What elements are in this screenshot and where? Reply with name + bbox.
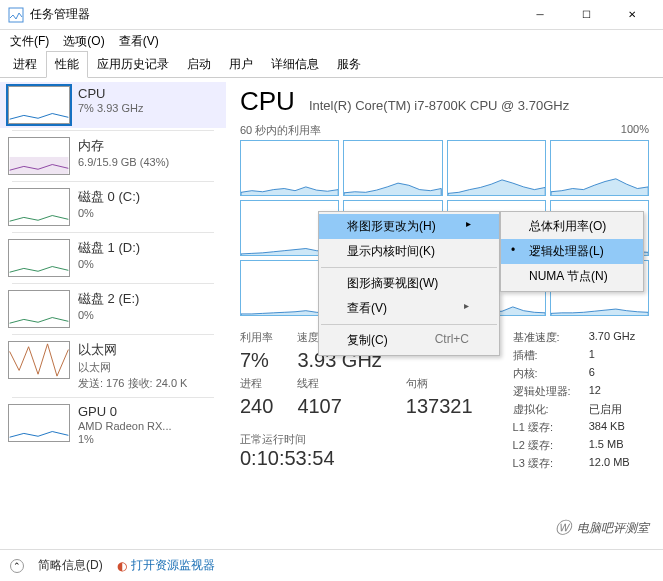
ctx-copy[interactable]: 复制(C)Ctrl+C bbox=[319, 328, 499, 353]
maximize-button[interactable]: ☐ bbox=[563, 0, 609, 30]
thumb-icon bbox=[8, 86, 70, 124]
tabs: 进程 性能 应用历史记录 启动 用户 详细信息 服务 bbox=[0, 52, 663, 78]
label-base: 基准速度: bbox=[513, 330, 571, 345]
val-lps: 12 bbox=[589, 384, 635, 399]
label-l3: L3 缓存: bbox=[513, 456, 571, 471]
thumb-icon bbox=[8, 290, 70, 328]
tab-services[interactable]: 服务 bbox=[328, 51, 370, 78]
menu-view[interactable]: 查看(V) bbox=[113, 31, 165, 52]
menu-options[interactable]: 选项(O) bbox=[57, 31, 110, 52]
sidebar-item-1[interactable]: 内存6.9/15.9 GB (43%) bbox=[0, 133, 226, 179]
sidebar-item-4[interactable]: 磁盘 2 (E:)0% bbox=[0, 286, 226, 332]
thumb-icon bbox=[8, 188, 70, 226]
ctx-overall[interactable]: 总体利用率(O) bbox=[501, 214, 643, 239]
open-resmon-link[interactable]: ◐ 打开资源监视器 bbox=[117, 557, 215, 574]
label-threads: 线程 bbox=[297, 376, 381, 391]
sidebar-item-6[interactable]: GPU 0AMD Radeon RX...1% bbox=[0, 400, 226, 449]
label-procs: 进程 bbox=[240, 376, 273, 391]
less-details-link[interactable]: 简略信息(D) bbox=[38, 557, 103, 574]
val-uptime: 0:10:53:54 bbox=[240, 447, 473, 470]
val-cores: 6 bbox=[589, 366, 635, 381]
val-sockets: 1 bbox=[589, 348, 635, 363]
menu-file[interactable]: 文件(F) bbox=[4, 31, 55, 52]
tab-history[interactable]: 应用历史记录 bbox=[88, 51, 178, 78]
main-title: CPU bbox=[240, 86, 295, 117]
cpu-chart-2[interactable] bbox=[447, 140, 546, 196]
sidebar-item-5[interactable]: 以太网以太网发送: 176 接收: 24.0 K bbox=[0, 337, 226, 395]
sidebar-item-3[interactable]: 磁盘 1 (D:)0% bbox=[0, 235, 226, 281]
tab-startup[interactable]: 启动 bbox=[178, 51, 220, 78]
label-l1: L1 缓存: bbox=[513, 420, 571, 435]
tab-users[interactable]: 用户 bbox=[220, 51, 262, 78]
wechat-icon: ⓦ bbox=[555, 518, 571, 539]
val-util: 7% bbox=[240, 349, 273, 372]
val-handles: 137321 bbox=[406, 395, 473, 418]
label-uptime: 正常运行时间 bbox=[240, 432, 473, 447]
val-procs: 240 bbox=[240, 395, 273, 418]
val-l3: 12.0 MB bbox=[589, 456, 635, 471]
svg-rect-1 bbox=[10, 157, 69, 174]
label-lps: 逻辑处理器: bbox=[513, 384, 571, 399]
label-virt: 虚拟化: bbox=[513, 402, 571, 417]
sidebar-item-0[interactable]: CPU7% 3.93 GHz bbox=[0, 82, 226, 128]
graph-max: 100% bbox=[621, 123, 649, 138]
cpu-model: Intel(R) Core(TM) i7-8700K CPU @ 3.70GHz bbox=[309, 98, 569, 113]
tab-details[interactable]: 详细信息 bbox=[262, 51, 328, 78]
app-icon bbox=[8, 7, 24, 23]
val-virt: 已启用 bbox=[589, 402, 635, 417]
label-cores: 内核: bbox=[513, 366, 571, 381]
resmon-icon: ◐ bbox=[117, 559, 127, 573]
graph-lead: 60 秒内的利用率 bbox=[240, 123, 321, 138]
watermark: ⓦ 电脑吧评测室 bbox=[555, 518, 649, 539]
label-sockets: 插槽: bbox=[513, 348, 571, 363]
ctx-kernel-time[interactable]: 显示内核时间(K) bbox=[319, 239, 499, 264]
thumb-icon bbox=[8, 404, 70, 442]
val-l1: 384 KB bbox=[589, 420, 635, 435]
tab-processes[interactable]: 进程 bbox=[4, 51, 46, 78]
context-submenu: 总体利用率(O) 逻辑处理器(L) NUMA 节点(N) bbox=[500, 211, 644, 292]
titlebar: 任务管理器 ─ ☐ ✕ bbox=[0, 0, 663, 30]
context-menu-main: 将图形更改为(H) 显示内核时间(K) 图形摘要视图(W) 查看(V) 复制(C… bbox=[318, 211, 500, 356]
label-handles: 句柄 bbox=[406, 376, 473, 391]
menubar: 文件(F) 选项(O) 查看(V) bbox=[0, 30, 663, 52]
chevron-up-icon[interactable]: ⌃ bbox=[10, 559, 24, 573]
label-util: 利用率 bbox=[240, 330, 273, 345]
statusbar: ⌃ 简略信息(D) ◐ 打开资源监视器 bbox=[0, 549, 663, 581]
ctx-logical-processors[interactable]: 逻辑处理器(L) bbox=[501, 239, 643, 264]
sidebar: CPU7% 3.93 GHz内存6.9/15.9 GB (43%)磁盘 0 (C… bbox=[0, 78, 226, 549]
minimize-button[interactable]: ─ bbox=[517, 0, 563, 30]
window-title: 任务管理器 bbox=[30, 6, 517, 23]
close-button[interactable]: ✕ bbox=[609, 0, 655, 30]
ctx-summary-view[interactable]: 图形摘要视图(W) bbox=[319, 271, 499, 296]
thumb-icon bbox=[8, 341, 70, 379]
tab-performance[interactable]: 性能 bbox=[46, 51, 88, 78]
val-l2: 1.5 MB bbox=[589, 438, 635, 453]
ctx-view[interactable]: 查看(V) bbox=[319, 296, 499, 321]
label-l2: L2 缓存: bbox=[513, 438, 571, 453]
thumb-icon bbox=[8, 137, 70, 175]
cpu-chart-0[interactable] bbox=[240, 140, 339, 196]
val-base: 3.70 GHz bbox=[589, 330, 635, 345]
ctx-change-graph[interactable]: 将图形更改为(H) bbox=[319, 214, 499, 239]
sidebar-item-2[interactable]: 磁盘 0 (C:)0% bbox=[0, 184, 226, 230]
val-threads: 4107 bbox=[297, 395, 381, 418]
cpu-chart-3[interactable] bbox=[550, 140, 649, 196]
ctx-numa[interactable]: NUMA 节点(N) bbox=[501, 264, 643, 289]
cpu-chart-1[interactable] bbox=[343, 140, 442, 196]
thumb-icon bbox=[8, 239, 70, 277]
